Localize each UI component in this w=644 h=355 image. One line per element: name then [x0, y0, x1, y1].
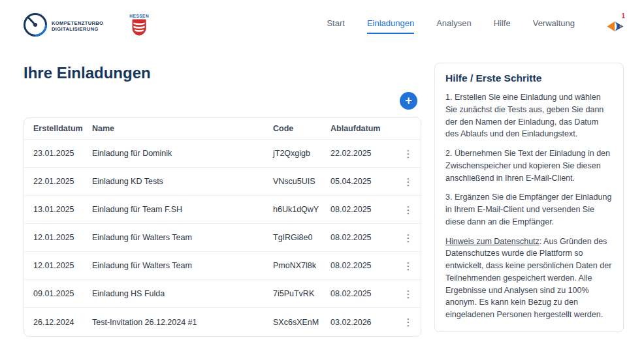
table-row: 23.01.2025 Einladung für Dominik jT2Qxgi…: [24, 140, 421, 168]
cell-erstelldatum: 09.01.2025: [33, 289, 92, 298]
cell-code: TgIRGi8e0: [273, 233, 330, 242]
cell-name: Einladung KD Tests: [92, 177, 273, 186]
cell-code: jT2Qxgigb: [273, 149, 330, 158]
hessen-coat-of-arms-icon: [132, 19, 146, 39]
table-row: 22.01.2025 Einladung KD Tests VNscu5UIS …: [24, 168, 421, 196]
table-header-row: Erstelldatum Name Code Ablaufdatum: [24, 118, 421, 140]
cell-erstelldatum: 22.01.2025: [33, 177, 92, 186]
col-header-ablaufdatum: Ablaufdatum: [330, 124, 396, 133]
cell-code: h6Uk1dQwY: [273, 205, 330, 214]
kompetenzturbo-logo[interactable]: KOMPETENZTURBO DIGITALISIERUNG: [22, 12, 103, 40]
logo-line-2: DIGITALISIERUNG: [52, 26, 103, 32]
privacy-note-text: : Aus Gründen des Datenschutzes wurde di…: [445, 237, 611, 320]
nav-einladungen[interactable]: Einladungen: [367, 18, 414, 34]
row-menu-button[interactable]: ⋮: [398, 147, 419, 160]
nav-verwaltung[interactable]: Verwaltung: [533, 18, 575, 34]
cell-name: Einladung für Dominik: [92, 149, 273, 158]
row-menu-button[interactable]: ⋮: [398, 288, 419, 300]
page-title: Ihre Einladungen: [24, 64, 421, 82]
cell-code: VNscu5UIS: [273, 177, 330, 186]
table-row: 13.01.2025 Einladung für Team F.SH h6Uk1…: [24, 196, 421, 224]
cell-code: PmoNX7l8k: [273, 261, 330, 270]
table-row: 12.01.2025 Einladung für Walters Team Pm…: [24, 252, 421, 280]
bird-app-icon: [606, 23, 624, 35]
cell-erstelldatum: 23.01.2025: [33, 149, 92, 158]
cell-name: Einladung für Walters Team: [92, 261, 273, 270]
nav-hilfe[interactable]: Hilfe: [494, 18, 511, 34]
cell-erstelldatum: 13.01.2025: [33, 205, 92, 214]
cell-ablaufdatum: 08.02.2025: [330, 233, 396, 242]
invitations-table: Erstelldatum Name Code Ablaufdatum 23.01…: [24, 117, 421, 337]
row-menu-button[interactable]: ⋮: [398, 204, 419, 216]
cell-code: SXc6sXEnM: [273, 318, 330, 327]
row-menu-button[interactable]: ⋮: [398, 260, 419, 272]
logo-text: KOMPETENZTURBO DIGITALISIERUNG: [52, 20, 103, 33]
cell-ablaufdatum: 08.02.2025: [330, 261, 396, 270]
gauge-logo-icon: [22, 12, 48, 40]
logo-line-1: KOMPETENZTURBO: [52, 20, 103, 26]
cell-code: 7i5PuTvRK: [273, 289, 330, 298]
cell-erstelldatum: 12.01.2025: [33, 261, 92, 270]
help-title: Hilfe / Erste Schritte: [445, 72, 613, 84]
cell-ablaufdatum: 05.04.2025: [330, 177, 396, 186]
cell-name: Test-Invitation 26.12.2024 #1: [92, 318, 273, 327]
cell-name: Einladung HS Fulda: [92, 289, 273, 298]
row-menu-button[interactable]: ⋮: [398, 316, 419, 328]
nav-start[interactable]: Start: [327, 18, 344, 34]
cell-name: Einladung für Walters Team: [92, 233, 273, 242]
cell-ablaufdatum: 08.02.2025: [330, 205, 396, 214]
toolbar: +: [24, 92, 417, 110]
hessen-logo: HESSEN: [129, 14, 149, 39]
table-row: 12.01.2025 Einladung für Walters Team Tg…: [24, 224, 421, 252]
cell-erstelldatum: 12.01.2025: [33, 233, 92, 242]
col-header-code: Code: [273, 124, 330, 133]
row-menu-button[interactable]: ⋮: [398, 176, 419, 188]
cell-name: Einladung für Team F.SH: [92, 205, 273, 214]
notification-badge: 1: [621, 12, 625, 20]
header: KOMPETENZTURBO DIGITALISIERUNG HESSEN St…: [0, 0, 644, 52]
help-panel: Hilfe / Erste Schritte 1. Erstellen Sie …: [434, 63, 624, 332]
hessen-label: HESSEN: [129, 14, 149, 18]
main-nav: Start Einladungen Analysen Hilfe Verwalt…: [327, 18, 575, 34]
nav-analysen[interactable]: Analysen: [436, 18, 471, 34]
main-content: Ihre Einladungen + Erstelldatum Name Cod…: [0, 52, 644, 337]
privacy-note-label: Hinweis zum Datenschutz: [445, 237, 539, 246]
row-menu-button[interactable]: ⋮: [398, 232, 419, 244]
cell-ablaufdatum: 22.02.2025: [330, 149, 396, 158]
cell-ablaufdatum: 03.02.2026: [330, 318, 396, 327]
add-invitation-button[interactable]: +: [400, 92, 417, 110]
invitations-section: Ihre Einladungen + Erstelldatum Name Cod…: [24, 63, 421, 337]
table-row: 26.12.2024 Test-Invitation 26.12.2024 #1…: [24, 308, 421, 336]
cell-ablaufdatum: 08.02.2025: [330, 289, 396, 298]
col-header-erstelldatum: Erstelldatum: [33, 124, 92, 133]
help-step-3: 3. Ergänzen Sie die Empfänger der Einlad…: [445, 191, 613, 228]
notification-icon[interactable]: 1: [606, 20, 624, 35]
help-step-2: 2. Übernehmen Sie Text der Einladung in …: [445, 147, 613, 184]
help-step-1: 1. Erstellen Sie eine Einladung und wähl…: [445, 91, 613, 140]
col-header-name: Name: [92, 124, 273, 133]
table-row: 09.01.2025 Einladung HS Fulda 7i5PuTvRK …: [24, 280, 421, 308]
cell-erstelldatum: 26.12.2024: [33, 318, 92, 327]
help-privacy-note: Hinweis zum Datenschutz: Aus Gründen des…: [445, 236, 613, 321]
